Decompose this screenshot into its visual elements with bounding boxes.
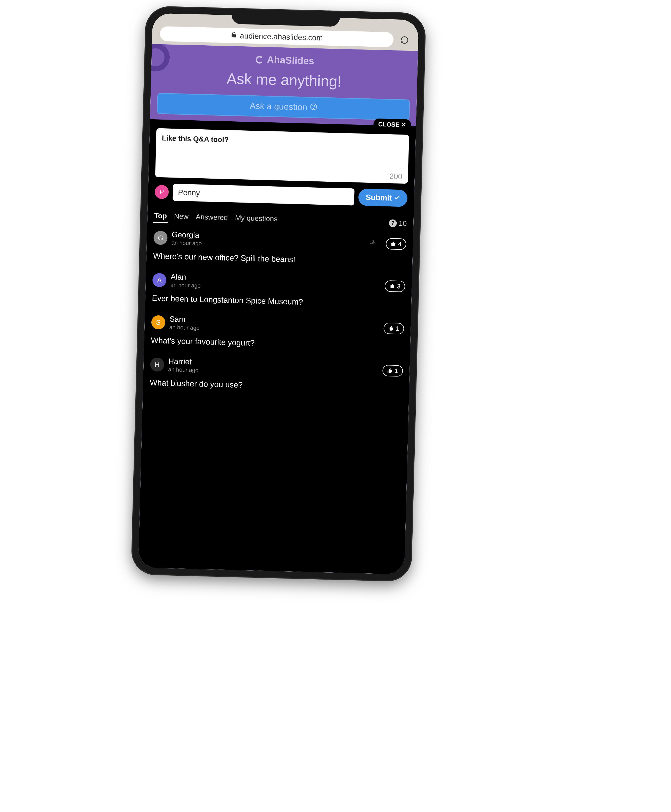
question-text: Ever been to Longstanton Spice Museum? bbox=[152, 294, 405, 309]
app-content: AhaSlides Ask me anything! Ask a questio… bbox=[138, 44, 418, 574]
question-text: Where's our new office? Spill the beans! bbox=[153, 251, 406, 267]
phone-frame: audience.ahaslides.com AhaSlides Ask me … bbox=[132, 7, 425, 581]
like-count: 4 bbox=[398, 240, 402, 248]
like-count: 1 bbox=[396, 325, 399, 332]
author-avatar: G bbox=[153, 231, 168, 245]
name-input[interactable]: Penny bbox=[172, 184, 354, 206]
question-count: ? 10 bbox=[389, 219, 407, 228]
tab-answered[interactable]: Answered bbox=[196, 212, 228, 224]
question-text: What's your favourite yogurt? bbox=[151, 336, 404, 352]
author-avatar: H bbox=[150, 357, 164, 372]
question-item: SSaman hour ago1What's your favourite yo… bbox=[151, 314, 404, 352]
submit-row: P Penny Submit bbox=[155, 183, 407, 207]
question-item: GGeorgiaan hour ago4Where's our new offi… bbox=[153, 229, 406, 267]
help-icon bbox=[310, 102, 317, 113]
qa-overlay: CLOSE ✕ Like this Q&A tool? 200 P Penny bbox=[138, 119, 416, 574]
tabs: Top New Answered My questions ? 10 bbox=[154, 212, 407, 229]
lock-icon bbox=[230, 32, 237, 40]
author-avatar: S bbox=[151, 315, 165, 330]
question-text: What blusher do you use? bbox=[150, 378, 402, 394]
like-button[interactable]: 4 bbox=[385, 238, 406, 250]
like-button[interactable]: 1 bbox=[383, 323, 404, 335]
submit-label: Submit bbox=[366, 193, 392, 202]
like-button[interactable]: 3 bbox=[385, 280, 405, 292]
reload-button[interactable] bbox=[399, 34, 410, 46]
phone-mockup: audience.ahaslides.com AhaSlides Ask me … bbox=[132, 7, 425, 581]
name-value: Penny bbox=[178, 188, 200, 197]
check-icon bbox=[394, 194, 400, 203]
brand-logo: AhaSlides bbox=[255, 54, 314, 66]
tab-my-questions[interactable]: My questions bbox=[235, 214, 278, 226]
pin-icon bbox=[370, 239, 376, 248]
url-bar[interactable]: audience.ahaslides.com bbox=[160, 26, 394, 48]
close-icon: ✕ bbox=[401, 121, 406, 129]
ask-bar-label: Ask a question bbox=[250, 101, 307, 112]
url-text: audience.ahaslides.com bbox=[240, 31, 323, 42]
author-avatar: A bbox=[152, 273, 167, 287]
like-count: 3 bbox=[397, 283, 400, 290]
like-button[interactable]: 1 bbox=[382, 365, 403, 377]
phone-notch bbox=[231, 9, 340, 27]
question-item: AAlanan hour ago3Ever been to Longstanto… bbox=[152, 272, 405, 309]
submit-button[interactable]: Submit bbox=[358, 189, 407, 207]
question-list: GGeorgiaan hour ago4Where's our new offi… bbox=[150, 229, 406, 394]
tab-new[interactable]: New bbox=[174, 212, 189, 223]
close-label: CLOSE bbox=[378, 121, 399, 128]
compose-text[interactable]: Like this Q&A tool? bbox=[161, 134, 403, 172]
count-value: 10 bbox=[399, 219, 407, 228]
close-button[interactable]: CLOSE ✕ bbox=[373, 118, 411, 131]
phone-screen: audience.ahaslides.com AhaSlides Ask me … bbox=[138, 13, 419, 574]
tab-top[interactable]: Top bbox=[154, 212, 167, 223]
svg-rect-2 bbox=[373, 243, 373, 245]
svg-point-1 bbox=[313, 108, 313, 109]
like-count: 1 bbox=[395, 367, 399, 374]
question-item: HHarrietan hour ago1What blusher do you … bbox=[150, 357, 403, 394]
help-icon: ? bbox=[389, 219, 397, 227]
user-avatar: P bbox=[155, 185, 169, 199]
brand-text: AhaSlides bbox=[267, 54, 314, 67]
compose-box[interactable]: Like this Q&A tool? 200 bbox=[155, 128, 409, 184]
